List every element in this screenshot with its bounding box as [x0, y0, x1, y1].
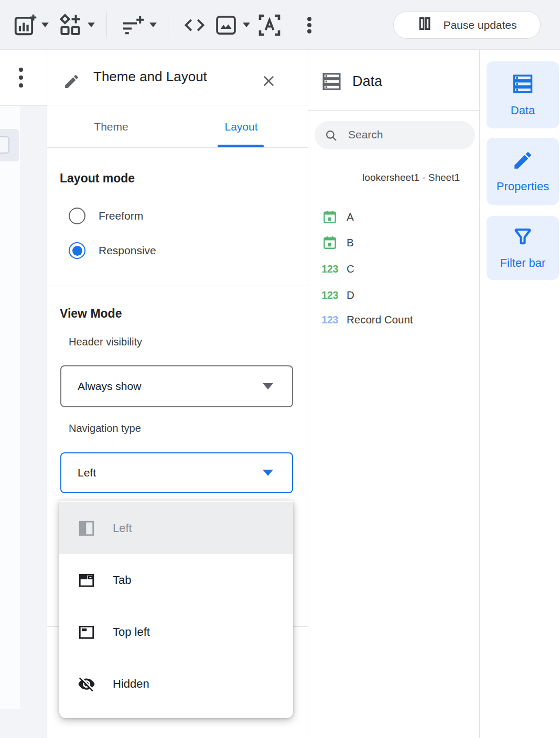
- report-page-edge: [0, 106, 20, 709]
- dropdown-arrow-icon: [263, 470, 273, 476]
- sidebar-data-label: Data: [511, 104, 535, 117]
- menu-option-left[interactable]: Left: [59, 502, 293, 554]
- data-panel: Data Search lookersheet1 - Sheet1 A: [308, 50, 480, 738]
- radio-responsive[interactable]: Responsive: [69, 242, 156, 259]
- looker-studio-screen: Pause updates Theme and Layout: [0, 0, 560, 738]
- sidebar-properties-label: Properties: [497, 180, 549, 193]
- code-icon: [182, 13, 207, 37]
- data-source-divider: [314, 201, 473, 201]
- pause-icon: [417, 16, 433, 34]
- add-image-button[interactable]: [214, 0, 250, 50]
- nav-tab-icon: [78, 571, 95, 589]
- active-tab-underline: [218, 145, 264, 147]
- view-mode-title: View Mode: [60, 307, 122, 321]
- field-row-b[interactable]: B: [308, 230, 479, 256]
- data-source-icon: [321, 71, 342, 94]
- close-icon[interactable]: [260, 72, 277, 92]
- add-control-button[interactable]: [58, 0, 95, 50]
- left-panel-top: [0, 50, 47, 106]
- tab-theme[interactable]: Theme: [68, 106, 154, 148]
- header-visibility-select[interactable]: Always show: [60, 365, 293, 407]
- field-row-c[interactable]: 123 C: [308, 256, 479, 282]
- nav-left-icon: [78, 519, 95, 537]
- field-name: C: [347, 263, 354, 275]
- menu-option-top-left-label: Top left: [113, 625, 150, 639]
- sidebar-data-button[interactable]: Data: [487, 61, 559, 128]
- right-sidebar: Data Properties Filter bar: [480, 50, 560, 738]
- data-panel-title: Data: [352, 73, 382, 90]
- add-text-button[interactable]: [257, 0, 282, 50]
- pause-updates-button[interactable]: Pause updates: [393, 11, 541, 39]
- theme-layout-panel: Theme and Layout Theme Layout Layout mod…: [47, 50, 308, 738]
- field-row-d[interactable]: 123 D: [308, 282, 479, 308]
- add-filter-button[interactable]: [120, 0, 157, 50]
- page-more-button[interactable]: [19, 68, 23, 88]
- tab-layout-label: Layout: [224, 121, 257, 133]
- visibility-off-icon: [78, 675, 95, 693]
- search-placeholder: Search: [348, 128, 383, 141]
- sidebar-properties-button[interactable]: Properties: [487, 138, 559, 205]
- layout-mode-title: Layout mode: [60, 171, 135, 186]
- menu-option-tab[interactable]: Tab: [59, 554, 293, 606]
- dropdown-arrow-icon: [263, 383, 273, 389]
- search-icon: [324, 128, 338, 143]
- sidebar-filter-bar-button[interactable]: Filter bar: [487, 216, 559, 280]
- radio-freeform[interactable]: Freeform: [69, 208, 143, 224]
- tab-theme-label: Theme: [94, 121, 128, 133]
- field-name: A: [347, 211, 354, 223]
- embed-code-button[interactable]: [182, 0, 207, 50]
- menu-option-top-left[interactable]: Top left: [59, 606, 293, 658]
- navigation-type-menu: Left Tab To: [59, 501, 293, 718]
- sidebar-filter-bar-label: Filter bar: [500, 256, 546, 270]
- radio-circle-icon: [69, 208, 85, 224]
- chevron-down-icon: [88, 23, 95, 27]
- nav-top-left-icon: [78, 623, 95, 641]
- top-toolbar: Pause updates: [0, 0, 560, 50]
- chevron-down-icon: [243, 23, 250, 27]
- navigation-type-select[interactable]: Left: [60, 452, 293, 493]
- field-name: B: [347, 236, 354, 249]
- canvas-control-inner: [0, 136, 9, 154]
- data-source-name[interactable]: lookersheet1 - Sheet1: [362, 172, 460, 183]
- menu-option-tab-label: Tab: [113, 573, 131, 587]
- canvas-control-partial[interactable]: [0, 129, 19, 161]
- add-chart-button[interactable]: [13, 0, 49, 50]
- data-icon: [511, 72, 534, 97]
- header-visibility-label: Header visibility: [69, 336, 142, 348]
- radio-responsive-label: Responsive: [99, 244, 156, 257]
- add-control-icon: [58, 13, 83, 38]
- menu-option-left-label: Left: [113, 522, 132, 535]
- calendar-icon: [321, 209, 339, 225]
- calendar-icon: [321, 235, 339, 251]
- add-chart-icon: [13, 13, 37, 37]
- menu-option-hidden[interactable]: Hidden: [59, 658, 293, 710]
- more-vert-icon: [299, 13, 320, 37]
- toolbar-more-button[interactable]: [299, 0, 320, 50]
- tab-layout[interactable]: Layout: [199, 106, 283, 148]
- navigation-type-value: Left: [78, 466, 96, 479]
- chevron-down-icon: [149, 23, 157, 27]
- numeric-123-icon: 123: [321, 289, 339, 301]
- add-filter-icon: [120, 13, 145, 38]
- add-image-icon: [214, 13, 238, 37]
- theme-panel-title: Theme and Layout: [93, 69, 207, 85]
- radio-freeform-label: Freeform: [99, 210, 143, 222]
- field-row-record-count[interactable]: 123 Record Count: [308, 307, 479, 333]
- pause-updates-label: Pause updates: [443, 19, 516, 31]
- data-panel-header: Data: [308, 50, 479, 111]
- edit-pencil-icon: [63, 73, 80, 92]
- properties-pencil-icon: [512, 149, 534, 173]
- field-name: D: [347, 289, 354, 301]
- field-name: Record Count: [347, 313, 413, 326]
- section-divider: [47, 286, 308, 286]
- navigation-type-label: Navigation type: [69, 422, 141, 435]
- field-search-input[interactable]: Search: [315, 121, 475, 149]
- header-visibility-value: Always show: [78, 380, 141, 393]
- chevron-down-icon: [41, 23, 49, 27]
- numeric-123-icon: 123: [321, 263, 339, 275]
- field-row-a[interactable]: A: [308, 204, 479, 230]
- text-box-icon: [257, 13, 282, 38]
- filter-icon: [512, 226, 534, 250]
- radio-selected-icon: [69, 242, 85, 259]
- numeric-123-icon: 123: [321, 314, 339, 326]
